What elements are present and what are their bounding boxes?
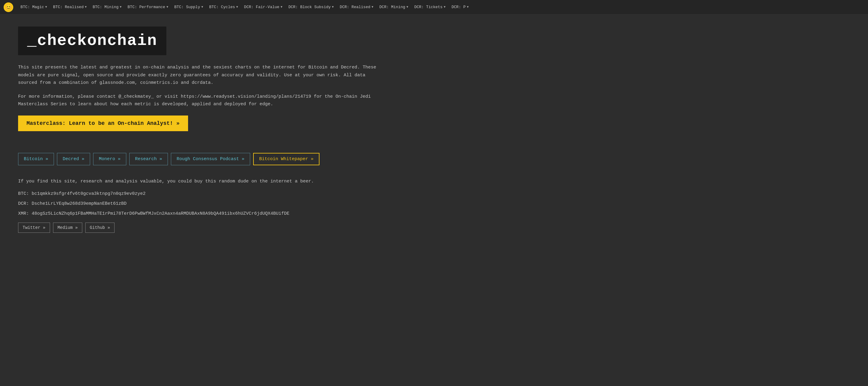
description-1: This site presents the latest and greate…	[18, 64, 380, 87]
bitcoin-link[interactable]: Bitcoin »	[18, 153, 54, 165]
donation-text: If you find this site, research and anal…	[18, 177, 404, 185]
decred-link[interactable]: Decred »	[57, 153, 90, 165]
link-buttons-row: Bitcoin »Decred »Monero »Research »Rough…	[18, 153, 404, 165]
nav-item-btc-mining[interactable]: BTC: Mining▼	[90, 0, 124, 14]
medium-link[interactable]: Medium »	[53, 222, 82, 233]
twitter-link[interactable]: Twitter »	[18, 222, 50, 233]
monero-link[interactable]: Monero »	[93, 153, 126, 165]
podcast-link[interactable]: Rough Consensus Podcast »	[171, 153, 250, 165]
nav-items: BTC: Magic▼BTC: Realised▼BTC: Mining▼BTC…	[18, 0, 472, 14]
site-title: _checkonchain	[27, 32, 157, 50]
main-content: _checkonchain This site presents the lat…	[0, 14, 422, 251]
nav-item-dcr-realised[interactable]: DCR: Realised▼	[337, 0, 376, 14]
nav-item-dcr-fairvalue[interactable]: DCR: Fair-Value▼	[241, 0, 285, 14]
whitepaper-link[interactable]: Bitcoin Whitepaper »	[253, 153, 319, 165]
description-2: For more information, please contact @_c…	[18, 93, 380, 108]
logo-emoji: 😊	[5, 4, 12, 10]
research-link[interactable]: Research »	[129, 153, 168, 165]
nav-item-dcr-tickets[interactable]: DCR: Tickets▼	[411, 0, 449, 14]
nav-item-btc-magic[interactable]: BTC: Magic▼	[18, 0, 50, 14]
xmr-address: XMR: 48ogSz5LicNZhq6p1FBaMMHaTE1rPmi78Te…	[18, 210, 404, 218]
nav-item-btc-realised[interactable]: BTC: Realised▼	[50, 0, 90, 14]
social-buttons: Twitter »Medium »Github »	[18, 222, 404, 233]
github-link[interactable]: Github »	[85, 222, 115, 233]
cta-button[interactable]: Masterclass: Learn to be an On-chain Ana…	[18, 116, 188, 131]
donation-section: If you find this site, research and anal…	[18, 177, 404, 233]
nav-item-dcr-blocksubsidy[interactable]: DCR: Block Subsidy▼	[285, 0, 337, 14]
navbar: 😊 BTC: Magic▼BTC: Realised▼BTC: Mining▼B…	[0, 0, 868, 14]
nav-item-btc-supply[interactable]: BTC: Supply▼	[171, 0, 206, 14]
nav-item-btc-performance[interactable]: BTC: Performance▼	[124, 0, 171, 14]
nav-item-dcr-p[interactable]: DCR: P▼	[448, 0, 472, 14]
btc-address: BTC: bc1qmkkz9sfgr4fv6t0gcva3ktnpg7n0qz9…	[18, 190, 404, 198]
dcr-address: DCR: Dsche1LrLYEq8w268d39empNanEBet61zBD	[18, 200, 404, 208]
title-box: _checkonchain	[18, 27, 166, 55]
logo-icon[interactable]: 😊	[4, 2, 13, 12]
nav-item-dcr-mining[interactable]: DCR: Mining▼	[376, 0, 411, 14]
nav-item-btc-cycles[interactable]: BTC: Cycles▼	[206, 0, 241, 14]
